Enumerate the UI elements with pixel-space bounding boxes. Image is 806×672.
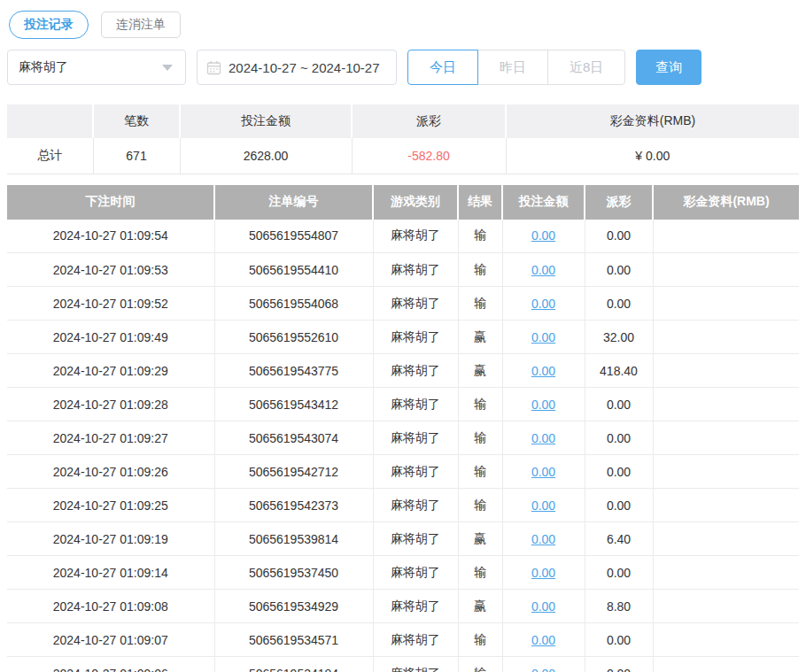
cell-order-no: 5065619552610	[214, 321, 373, 354]
bet-amount-link[interactable]: 0.00	[531, 297, 555, 311]
cell-payout: 32.00	[585, 321, 653, 354]
bet-amount-link[interactable]: 0.00	[531, 566, 555, 580]
cell-result: 输	[458, 455, 502, 489]
cell-game-type: 麻将胡了	[373, 421, 458, 455]
summary-header-count: 笔数	[93, 104, 180, 138]
bet-amount-link[interactable]: 0.00	[531, 228, 555, 243]
cell-bonus	[653, 556, 799, 590]
summary-total-payout: -582.80	[352, 138, 506, 174]
betting-records-page: 投注记录 连消注单 麻将胡了 2024-10-27 ~ 2024-10-27	[0, 0, 806, 672]
cell-order-no: 5065619542712	[214, 455, 373, 489]
cell-bet-amount: 0.00	[502, 253, 585, 287]
bet-amount-link[interactable]: 0.00	[531, 330, 555, 344]
bet-records-table: 下注时间注单编号游戏类别结果投注金额派彩彩金资料(RMB) 2024-10-27…	[7, 185, 799, 672]
last-8-days-button[interactable]: 近8日	[547, 50, 625, 85]
cell-payout: 0.00	[585, 253, 653, 287]
col-result: 结果	[458, 185, 502, 220]
cell-bet-amount: 0.00	[502, 354, 585, 388]
bet-amount-link[interactable]: 0.00	[531, 364, 555, 378]
cell-payout: 0.00	[585, 623, 653, 657]
cell-bonus	[653, 489, 799, 522]
cell-game-type: 麻将胡了	[373, 321, 458, 354]
table-row: 2024-10-27 01:09:525065619554068麻将胡了输0.0…	[7, 287, 799, 321]
cell-game-type: 麻将胡了	[373, 287, 458, 321]
cell-bet-amount: 0.00	[502, 388, 585, 421]
cell-bet-amount: 0.00	[502, 321, 585, 354]
cell-bet-time: 2024-10-27 01:09:27	[7, 421, 214, 455]
bet-amount-link[interactable]: 0.00	[531, 667, 555, 672]
bet-amount-link[interactable]: 0.00	[531, 263, 555, 277]
bet-amount-link[interactable]: 0.00	[531, 532, 555, 546]
cell-result: 输	[458, 388, 502, 421]
cell-result: 赢	[458, 590, 502, 623]
quick-range-group: 今日 昨日 近8日	[407, 50, 625, 85]
cell-game-type: 麻将胡了	[373, 455, 458, 489]
bet-amount-link[interactable]: 0.00	[531, 633, 555, 647]
col-bet-amount: 投注金额	[502, 185, 585, 220]
cell-order-no: 5065619542373	[214, 489, 373, 522]
cell-result: 赢	[458, 321, 502, 354]
table-row: 2024-10-27 01:09:255065619542373麻将胡了输0.0…	[7, 489, 799, 522]
cell-bet-time: 2024-10-27 01:09:49	[7, 321, 214, 354]
cell-bet-time: 2024-10-27 01:09:07	[7, 623, 214, 657]
cell-order-no: 5065619534184	[214, 657, 373, 672]
cell-bonus	[653, 287, 799, 321]
cell-order-no: 5065619554068	[214, 287, 373, 321]
game-select[interactable]: 麻将胡了	[7, 50, 186, 85]
cell-result: 输	[458, 657, 502, 672]
col-game-type: 游戏类别	[373, 185, 458, 220]
cell-bonus	[653, 657, 799, 672]
bet-amount-link[interactable]: 0.00	[531, 398, 555, 412]
table-row: 2024-10-27 01:09:545065619554807麻将胡了输0.0…	[7, 220, 799, 253]
tab-cancelled-orders[interactable]: 连消注单	[101, 12, 181, 38]
cell-bonus	[653, 220, 799, 253]
cell-game-type: 麻将胡了	[373, 522, 458, 556]
table-row: 2024-10-27 01:09:535065619554410麻将胡了输0.0…	[7, 253, 799, 287]
summary-table: 笔数 投注金额 派彩 彩金资料(RMB) 总计 671 2628.00 -582…	[7, 104, 799, 174]
cell-order-no: 5065619554807	[214, 220, 373, 253]
cell-result: 输	[458, 623, 502, 657]
yesterday-button[interactable]: 昨日	[477, 50, 548, 85]
bet-amount-link[interactable]: 0.00	[531, 431, 555, 445]
cell-bet-amount: 0.00	[502, 590, 585, 623]
cell-bet-time: 2024-10-27 01:09:26	[7, 455, 214, 489]
cell-bonus	[653, 455, 799, 489]
bet-table-body: 2024-10-27 01:09:545065619554807麻将胡了输0.0…	[7, 220, 799, 672]
cell-payout: 0.00	[585, 455, 653, 489]
cell-bonus	[653, 388, 799, 421]
bet-amount-link[interactable]: 0.00	[531, 465, 555, 479]
tab-bet-records[interactable]: 投注记录	[9, 11, 89, 39]
date-range-picker[interactable]: 2024-10-27 ~ 2024-10-27	[197, 50, 397, 85]
cell-bonus	[653, 321, 799, 354]
cell-bet-time: 2024-10-27 01:09:29	[7, 354, 214, 388]
table-row: 2024-10-27 01:09:065065619534184麻将胡了输0.0…	[7, 657, 799, 672]
cell-bet-time: 2024-10-27 01:09:08	[7, 590, 214, 623]
summary-total-bet-amount: 2628.00	[180, 138, 352, 174]
bet-amount-link[interactable]: 0.00	[531, 498, 555, 513]
cell-payout: 6.40	[585, 522, 653, 556]
cell-payout: 0.00	[585, 287, 653, 321]
cell-payout: 0.00	[585, 421, 653, 455]
today-button[interactable]: 今日	[407, 50, 478, 85]
cell-bet-time: 2024-10-27 01:09:54	[7, 220, 214, 253]
table-row: 2024-10-27 01:09:085065619534929麻将胡了赢0.0…	[7, 590, 799, 623]
cell-game-type: 麻将胡了	[373, 590, 458, 623]
cell-result: 输	[458, 556, 502, 590]
cell-bonus	[653, 623, 799, 657]
summary-total-count: 671	[93, 138, 180, 174]
table-row: 2024-10-27 01:09:275065619543074麻将胡了输0.0…	[7, 421, 799, 455]
cell-game-type: 麻将胡了	[373, 220, 458, 253]
cell-bet-amount: 0.00	[502, 455, 585, 489]
cell-order-no: 5065619543775	[214, 354, 373, 388]
col-order-no: 注单编号	[214, 185, 373, 220]
bet-amount-link[interactable]: 0.00	[531, 599, 555, 614]
cell-order-no: 5065619543412	[214, 388, 373, 421]
summary-header-row: 笔数 投注金额 派彩 彩金资料(RMB)	[7, 104, 799, 138]
cell-game-type: 麻将胡了	[373, 253, 458, 287]
query-button[interactable]: 查询	[636, 50, 701, 85]
cell-game-type: 麻将胡了	[373, 657, 458, 672]
cell-order-no: 5065619537450	[214, 556, 373, 590]
cell-payout: 418.40	[585, 354, 653, 388]
cell-bet-amount: 0.00	[502, 220, 585, 253]
cell-bonus	[653, 590, 799, 623]
